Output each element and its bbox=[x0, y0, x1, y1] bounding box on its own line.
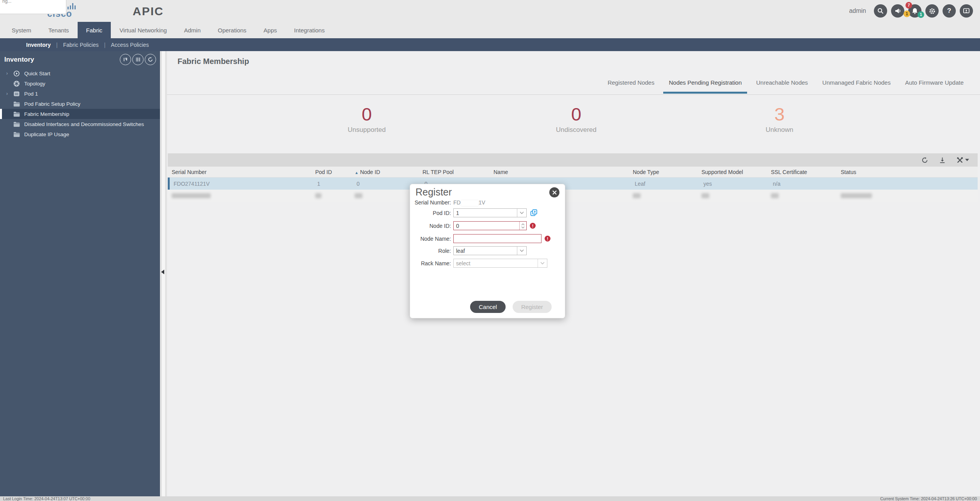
stale-tooltip-artifact: ng... bbox=[0, 0, 66, 14]
column-header-node-id[interactable]: ▲Node ID bbox=[351, 169, 419, 175]
header-actions: admin 7 1 1 bbox=[849, 4, 973, 18]
subnav-item-fabric-policies[interactable]: Fabric Policies bbox=[58, 42, 104, 48]
username-label[interactable]: admin bbox=[849, 7, 866, 14]
serial-number-label: Serial Number: bbox=[410, 199, 451, 206]
settings-button[interactable] bbox=[925, 4, 939, 18]
cell-serial-number: FDO2741121V bbox=[170, 181, 313, 187]
sidebar-splitter[interactable] bbox=[160, 51, 167, 496]
tree-item-disabled-interfaces[interactable]: Disabled Interfaces and Decommissioned S… bbox=[0, 119, 160, 129]
filter-list-button[interactable] bbox=[132, 54, 144, 65]
announcements-button[interactable] bbox=[891, 4, 904, 18]
pod-id-dropdown-toggle[interactable] bbox=[517, 209, 526, 217]
expand-chevron-icon[interactable]: › bbox=[6, 91, 13, 96]
pod-id-input[interactable] bbox=[454, 209, 517, 217]
notifications-button[interactable]: 7 1 1 bbox=[908, 4, 921, 18]
column-header-name[interactable]: Name bbox=[490, 169, 629, 175]
refresh-tree-button[interactable] bbox=[145, 54, 156, 65]
subnav-item-inventory[interactable]: Inventory bbox=[26, 42, 56, 48]
dialog-close-button[interactable] bbox=[549, 187, 559, 197]
collapse-tree-button[interactable] bbox=[120, 54, 131, 65]
expand-chevron-icon[interactable]: › bbox=[6, 71, 13, 76]
column-header-pod-id[interactable]: Pod ID bbox=[311, 169, 351, 175]
column-header-status[interactable]: Status bbox=[837, 169, 978, 175]
stat-unsupported: 0 Unsupported bbox=[304, 104, 429, 134]
pod-id-external-link-button[interactable] bbox=[530, 209, 538, 217]
role-dropdown-toggle[interactable] bbox=[517, 247, 526, 255]
stat-undiscovered-label: Undiscovered bbox=[514, 126, 639, 134]
tree-item-pod-1[interactable]: › Pod 1 bbox=[0, 89, 160, 99]
tab-unreachable-nodes[interactable]: Unreachable Nodes bbox=[751, 79, 813, 94]
download-button[interactable] bbox=[939, 156, 946, 164]
tree-item-duplicate-ip-usage[interactable]: Duplicate IP Usage bbox=[0, 129, 160, 139]
pod-id-select[interactable] bbox=[453, 208, 527, 217]
column-header-ssl-certificate[interactable]: SSL Certificate bbox=[767, 169, 837, 175]
tree-item-quick-start[interactable]: › Quick Start bbox=[0, 68, 160, 78]
main-navigation: System Tenants Fabric Virtual Networking… bbox=[0, 22, 980, 38]
notification-badge-warning[interactable]: 1 bbox=[904, 11, 910, 17]
nav-tab-operations[interactable]: Operations bbox=[209, 22, 255, 38]
rack-name-label: Rack Name: bbox=[410, 260, 451, 266]
membership-tabs: Registered Nodes Nodes Pending Registrat… bbox=[602, 79, 969, 94]
node-name-input[interactable] bbox=[454, 235, 541, 243]
chevron-down-icon bbox=[540, 262, 545, 265]
close-icon bbox=[552, 190, 557, 195]
notification-badge-critical[interactable]: 7 bbox=[905, 2, 912, 9]
node-id-error-icon: ! bbox=[530, 223, 536, 229]
stat-unknown-value: 3 bbox=[717, 104, 842, 124]
nav-tab-tenants[interactable]: Tenants bbox=[40, 22, 78, 38]
tab-registered-nodes[interactable]: Registered Nodes bbox=[602, 79, 660, 94]
sidebar-collapse-handle-icon[interactable] bbox=[161, 270, 164, 274]
role-select[interactable]: leaf bbox=[453, 246, 527, 255]
user-session-button[interactable] bbox=[960, 4, 973, 18]
node-id-field[interactable] bbox=[453, 221, 527, 230]
register-button[interactable]: Register bbox=[513, 301, 552, 313]
node-id-stepper[interactable] bbox=[519, 222, 526, 230]
tab-auto-firmware-update[interactable]: Auto Firmware Update bbox=[900, 79, 969, 94]
announcement-icon bbox=[894, 7, 901, 14]
column-header-rl-tep-pool[interactable]: RL TEP Pool bbox=[419, 169, 490, 175]
nav-tab-integrations[interactable]: Integrations bbox=[286, 22, 333, 38]
table-actions-menu-button[interactable] bbox=[956, 156, 969, 164]
nav-tab-apps[interactable]: Apps bbox=[255, 22, 286, 38]
nav-tab-fabric[interactable]: Fabric bbox=[78, 22, 111, 38]
node-name-field[interactable] bbox=[453, 234, 541, 243]
register-dialog: Register Serial Number: FD1V Pod ID: Nod… bbox=[410, 184, 565, 318]
tree-item-fabric-membership[interactable]: Fabric Membership bbox=[0, 109, 160, 119]
filter-list-icon bbox=[135, 57, 141, 62]
notification-badge-info[interactable]: 1 bbox=[918, 11, 924, 18]
tab-unmanaged-fabric-nodes[interactable]: Unmanaged Fabric Nodes bbox=[817, 79, 896, 94]
nav-tab-system[interactable]: System bbox=[3, 22, 40, 38]
tab-nodes-pending-registration[interactable]: Nodes Pending Registration bbox=[663, 79, 747, 94]
refresh-table-button[interactable] bbox=[921, 156, 929, 164]
topology-icon bbox=[13, 80, 23, 87]
rack-name-select[interactable]: select bbox=[453, 259, 547, 268]
node-id-row: Node ID: ! bbox=[410, 221, 536, 230]
cancel-button[interactable]: Cancel bbox=[470, 301, 506, 313]
tree-item-topology[interactable]: Topology bbox=[0, 78, 160, 89]
rack-name-dropdown-toggle[interactable] bbox=[538, 259, 547, 267]
tree-item-pod-fabric-setup-policy[interactable]: Pod Fabric Setup Policy bbox=[0, 99, 160, 109]
refresh-icon bbox=[147, 57, 153, 62]
redacted-cell-blob bbox=[771, 193, 779, 198]
serial-number-row: Serial Number: FD1V bbox=[410, 199, 485, 206]
dialog-title: Register bbox=[415, 187, 452, 198]
table-row-selected[interactable]: FDO2741121V 1 0 0 Leaf yes n/a bbox=[168, 178, 978, 190]
help-icon: ? bbox=[947, 7, 951, 15]
table-header-row: Serial Number Pod ID ▲Node ID RL TEP Poo… bbox=[168, 167, 978, 178]
column-header-serial-number[interactable]: Serial Number bbox=[168, 169, 311, 175]
node-id-input[interactable] bbox=[454, 222, 519, 230]
redacted-cell-blob bbox=[355, 193, 362, 198]
nav-tab-admin[interactable]: Admin bbox=[176, 22, 209, 38]
sort-ascending-icon: ▲ bbox=[355, 171, 359, 175]
chevron-up-icon bbox=[521, 223, 525, 226]
pod-icon bbox=[13, 91, 23, 97]
redacted-cell-blob bbox=[841, 193, 872, 198]
table-row-redacted[interactable] bbox=[168, 190, 978, 202]
nav-tab-virtual-networking[interactable]: Virtual Networking bbox=[111, 22, 175, 38]
fabric-membership-panel: Fabric Membership Registered Nodes Nodes… bbox=[167, 51, 980, 496]
subnav-item-access-policies[interactable]: Access Policies bbox=[105, 42, 154, 48]
column-header-supported-model[interactable]: Supported Model bbox=[698, 169, 767, 175]
help-button[interactable]: ? bbox=[943, 4, 956, 18]
search-button[interactable] bbox=[874, 4, 887, 18]
column-header-node-type[interactable]: Node Type bbox=[629, 169, 698, 175]
